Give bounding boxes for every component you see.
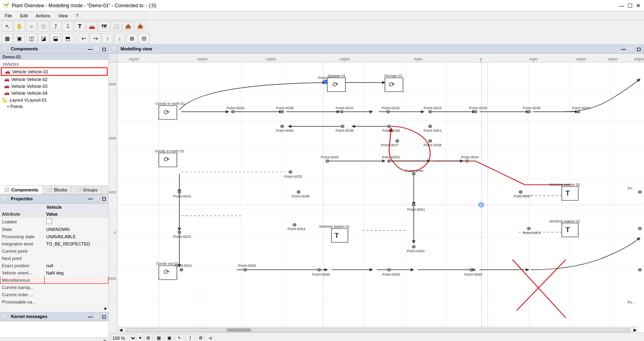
tab-groups[interactable]: ⬜ Groups bbox=[72, 186, 102, 194]
map-tool-btn[interactable]: 🗺 bbox=[98, 21, 110, 31]
modelling-maximize-btn[interactable]: ◻ bbox=[637, 46, 641, 52]
align-bottom-btn[interactable]: ⬒ bbox=[62, 33, 73, 44]
props-integration-row: Integration level TO_BE_RESPECTED bbox=[0, 240, 108, 247]
align-mid-btn[interactable]: ◪ bbox=[38, 33, 49, 44]
path-canvas-btn[interactable]: ⤴ bbox=[186, 334, 195, 341]
canvas-area[interactable]: -25000 -20000 -15000 -10000 -5000 0 5000… bbox=[109, 54, 644, 333]
label-0043: Point-0043 bbox=[321, 156, 339, 159]
ws03-icon: T bbox=[565, 226, 570, 234]
tab-blocks-icon: ⬜ bbox=[47, 187, 52, 192]
select-tool-btn[interactable]: ↖ bbox=[2, 21, 13, 31]
copy-tool-btn[interactable]: ⬜ bbox=[110, 21, 122, 31]
modelling-view-header: ⬜ Modelling view — ⬜ ◻ bbox=[109, 45, 644, 54]
components-maximize-btn[interactable]: ◻ bbox=[102, 46, 106, 52]
props-maximize-btn[interactable]: ◻ bbox=[102, 196, 106, 202]
props-processing-row: Processing state UNAVAILABLE bbox=[0, 233, 108, 240]
vehicle-01-item[interactable]: 🚗 Vehicle Vehicle-01 bbox=[1, 67, 108, 76]
export-tool-btn[interactable]: 📤 bbox=[123, 21, 134, 31]
modelling-minimize-btn[interactable]: — bbox=[621, 46, 626, 52]
menu-actions[interactable]: Actions bbox=[33, 12, 54, 19]
loaded-value bbox=[45, 218, 108, 226]
node-0032 bbox=[340, 110, 343, 113]
tab-blocks[interactable]: ⬜ Blocks bbox=[43, 186, 71, 194]
grid-toggle-btn[interactable]: ▦ bbox=[2, 33, 13, 44]
label-goods-n01: Goods in north 01 bbox=[156, 102, 185, 106]
hand-tool-btn[interactable]: ✋ bbox=[14, 21, 25, 31]
modelling-restore-btn[interactable]: ⬜ bbox=[628, 46, 634, 52]
props-minimize-btn[interactable]: — bbox=[88, 196, 93, 202]
exact-pos-value: null bbox=[45, 262, 108, 269]
maximize-button[interactable]: ☐ bbox=[627, 2, 633, 9]
node-0056 bbox=[243, 268, 247, 271]
processable-attr: Processable ca... bbox=[0, 298, 45, 306]
circle-tool-btn[interactable]: ○ bbox=[26, 21, 37, 31]
label-0021: Point-0021 bbox=[175, 264, 193, 268]
path-tool-btn[interactable]: ⤴ bbox=[50, 21, 61, 31]
loaded-checkbox[interactable] bbox=[46, 218, 52, 224]
props-restore-btn[interactable]: ⬜ bbox=[94, 196, 100, 202]
ruler-tick-1 bbox=[133, 60, 134, 62]
close-button[interactable]: ✕ bbox=[636, 2, 641, 9]
points-label: Points bbox=[10, 104, 23, 109]
components-minimize-btn[interactable]: — bbox=[88, 46, 93, 52]
node-0037 bbox=[396, 139, 399, 142]
redo-btn[interactable]: ↪ bbox=[90, 33, 101, 44]
connect-tool-btn[interactable]: ⤵ bbox=[62, 21, 73, 31]
minimize-button[interactable]: — bbox=[619, 2, 624, 9]
misc-attr: Miscellaneous bbox=[0, 277, 45, 284]
select-canvas-btn[interactable]: ↖ bbox=[175, 334, 184, 341]
move-down-btn[interactable]: ↓ bbox=[114, 33, 125, 44]
group-btn[interactable]: ⊞ bbox=[126, 33, 137, 44]
vehicle-03-item[interactable]: 🚗 Vehicle Vehicle-03 bbox=[1, 83, 108, 89]
menu-file[interactable]: File bbox=[2, 12, 15, 19]
move-up-btn[interactable]: ↑ bbox=[102, 33, 113, 44]
node-0047 bbox=[519, 191, 522, 193]
current-order-attr: Current order ... bbox=[0, 291, 45, 298]
vehicle-02-item[interactable]: 🚗 Vehicle Vehicle-02 bbox=[1, 76, 108, 83]
menu-edit[interactable]: Edit bbox=[17, 12, 31, 19]
modelling-svg[interactable]: Point-0027 Storage 01 ⟳ Storage 02 ⟳ Goo… bbox=[118, 62, 644, 333]
horizontal-scrollbar[interactable]: ◀ ▶ bbox=[118, 327, 638, 333]
kernel-minimize-btn[interactable]: — bbox=[88, 314, 93, 320]
import-tool-btn[interactable]: 📥 bbox=[135, 21, 146, 31]
scrollbar-thumb-h[interactable] bbox=[227, 329, 251, 332]
vehicle-tool-btn[interactable]: 🚗 bbox=[86, 21, 98, 31]
undo-btn[interactable]: ↩ bbox=[78, 33, 89, 44]
components-restore-btn[interactable]: ⬜ bbox=[94, 46, 100, 52]
tab-components[interactable]: ⬜ Components bbox=[0, 186, 43, 194]
menu-view[interactable]: View bbox=[55, 12, 71, 19]
label-0042: Point-0042 bbox=[276, 129, 294, 133]
menu-help[interactable]: ? bbox=[73, 12, 81, 19]
points-item[interactable]: • Points bbox=[1, 103, 108, 110]
scroll-left-btn[interactable]: ◀ bbox=[118, 328, 124, 332]
snap-toggle-btn[interactable]: ▣ bbox=[14, 33, 25, 44]
extra-canvas-btn[interactable]: ⚙ bbox=[196, 334, 205, 341]
storage-02-icon: ⟳ bbox=[389, 81, 395, 88]
snap-view-btn[interactable]: ▣ bbox=[165, 334, 174, 341]
scrollbar-track-h[interactable] bbox=[126, 328, 630, 332]
canvas-inner: Point-0027 Storage 01 ⟳ Storage 02 ⟳ Goo… bbox=[118, 62, 644, 333]
kernel-restore-btn[interactable]: ⬜ bbox=[94, 314, 100, 320]
zoom-dropdown-btn[interactable]: ▼ bbox=[138, 336, 142, 340]
tab-components-label: Components bbox=[11, 187, 38, 192]
zoom-select[interactable]: 100 % 50 % 75 % 150 % 200 % bbox=[110, 334, 137, 341]
next-point-value bbox=[45, 255, 108, 262]
ruler-tick-8 bbox=[581, 60, 581, 62]
vehicles-section-label: Vehicles bbox=[1, 61, 108, 67]
vehicle-04-item[interactable]: 🚗 Vehicle Vehicle-04 bbox=[1, 89, 108, 96]
align-top-btn[interactable]: ⬓ bbox=[50, 33, 61, 44]
props-current-point-row: Current point bbox=[0, 247, 108, 255]
state-value: UNKNOWN bbox=[45, 226, 108, 233]
ungroup-btn[interactable]: ⊟ bbox=[138, 33, 150, 44]
misc-value bbox=[45, 277, 108, 284]
rect-tool-btn[interactable]: □ bbox=[38, 21, 49, 31]
kernel-scrollbar[interactable]: ▶ bbox=[0, 337, 108, 341]
grid-view-btn[interactable]: ▦ bbox=[154, 334, 163, 341]
layout-item[interactable]: 📐 Layout VLayout-01 bbox=[1, 96, 108, 103]
scroll-right-btn[interactable]: ▶ bbox=[632, 328, 638, 332]
fit-view-btn[interactable]: ⊞ bbox=[144, 334, 153, 341]
align-center-btn[interactable]: ◫ bbox=[26, 33, 37, 44]
goods-in-n02-icon: ⟳ bbox=[164, 156, 170, 163]
text-tool-btn[interactable]: T bbox=[74, 21, 85, 31]
kernel-maximize-btn[interactable]: ◻ bbox=[102, 314, 106, 320]
